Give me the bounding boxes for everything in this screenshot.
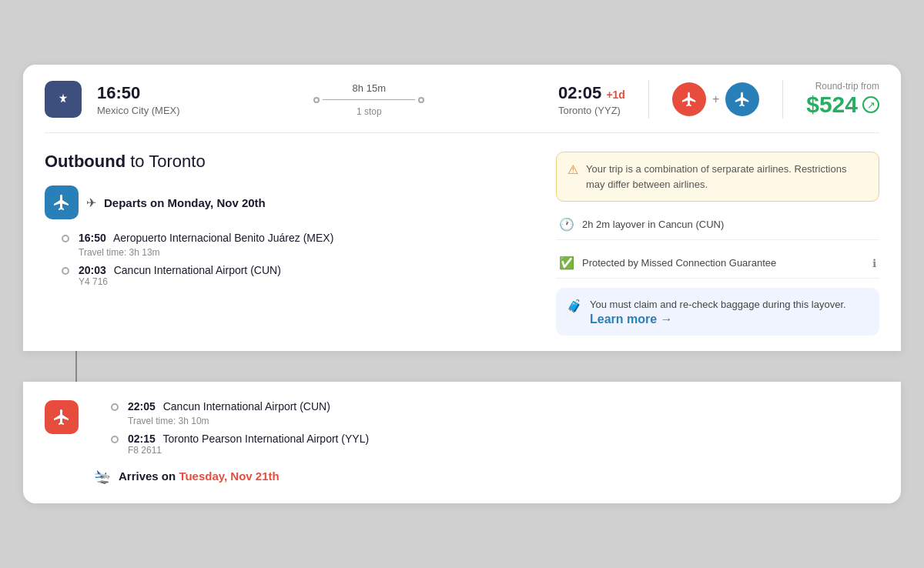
baggage-content: You must claim and re-check baggage duri… [590,297,846,326]
flight-icon-box-red [45,400,79,434]
leg1-arrival-airport: 20:03 Cancun International Airport (CUN) [79,264,534,276]
leg2-airport: 22:05 Cancun International Airport (CUN) [128,400,879,413]
dot-right [418,97,424,103]
departure-time: 16:50 [97,83,180,103]
departs-plane-icon: ✈ [86,195,96,210]
flight-icon-box-teal [45,185,79,219]
price-row: $524 ↗ [806,92,879,118]
departure-info: 16:50 Mexico City (MEX) [97,83,180,116]
plane-icon-teal [734,91,751,108]
bottom-flight-row: 22:05 Cancun International Airport (CUN)… [45,400,879,485]
arrives-label: Arrives on Tuesday, Nov 21th [119,469,280,483]
line-connector [323,99,415,100]
timeline-dot-2 [62,267,69,275]
arrives-date: Tuesday, Nov 21th [179,469,279,483]
stop-timeline: 16:50 Aeropuerto Internacional Benito Ju… [62,232,534,287]
departs-row: ✈ Departs on Monday, Nov 20th [45,185,534,219]
price-amount: $524 [806,92,858,118]
page-wrapper: 16:50 Mexico City (MEX) 8h 15m 1 stop 02… [23,65,901,503]
warning-card: ⚠ Your trip is a combination of serparat… [556,152,879,202]
leg2-arrival-time: 02:15 [128,433,156,445]
price-arrow-icon[interactable]: ↗ [862,96,879,113]
arrival-info: 02:05 +1d Toronto (YYZ) [558,83,625,116]
leg2-flight-code: F8 2611 [128,445,879,456]
duration-text: 8h 15m [353,82,386,94]
flight-middle: 8h 15m 1 stop [196,82,543,117]
check-circle-icon: ✅ [559,256,574,270]
leg1-arrival-item: 20:03 Cancun International Airport (CUN)… [62,264,534,287]
plane-icon-red [681,91,698,108]
warning-triangle-icon: ⚠ [567,162,578,177]
airline-btn-teal [725,82,759,116]
outbound-title: Outbound to Toronto [45,152,534,172]
leg2-arrival-airport: 02:15 Toronto Pearson International Airp… [128,433,879,445]
plane-bottom-icon [52,408,71,426]
baggage-icon: 🧳 [567,299,582,313]
airline-combo: + [672,82,759,116]
arrives-plane-icon: 🛬 [94,468,111,485]
arrival-airport: Toronto (YYZ) [558,105,625,116]
learn-more-link[interactable]: Learn more → [590,312,673,326]
connector-line [75,351,77,382]
stops-text: 1 stop [357,106,382,117]
clock-icon: 🕐 [559,217,574,232]
round-trip-label: Round-trip from [815,81,879,92]
leg2-content: 22:05 Cancun International Airport (CUN) [128,400,879,413]
flight-line [196,97,543,103]
top-card: 16:50 Mexico City (MEX) 8h 15m 1 stop 02… [23,65,901,351]
arrival-time: 02:05 +1d [558,83,625,103]
bottom-card: 22:05 Cancun International Airport (CUN)… [23,382,901,503]
outbound-right: ⚠ Your trip is a combination of serparat… [556,152,879,336]
leg2-departure-item: 22:05 Cancun International Airport (CUN) [111,400,879,413]
leg1-departure-item: 16:50 Aeropuerto Internacional Benito Ju… [62,232,534,244]
baggage-card: 🧳 You must claim and re-check baggage du… [556,288,879,336]
plane-icon-header [53,89,73,109]
leg1-airport: 16:50 Aeropuerto Internacional Benito Ju… [79,232,534,244]
leg2-time: 22:05 [128,400,156,413]
leg2-arrival-item: 02:15 Toronto Pearson International Airp… [111,433,879,456]
leg2-arrival-content: 02:15 Toronto Pearson International Airp… [128,433,879,456]
inbound-left: 22:05 Cancun International Airport (CUN)… [94,400,879,485]
departure-airport: Mexico City (MEX) [97,105,180,116]
next-day-badge: +1d [606,89,625,101]
layover-row: 🕐 2h 2m layover in Cancun (CUN) [556,209,879,240]
timeline-dot-4 [111,436,119,443]
leg1-travel-time: Travel time: 3h 13m [62,247,534,258]
vertical-divider-2 [782,80,783,119]
dot-left [313,97,320,103]
timeline-dot-3 [111,403,119,411]
baggage-text: You must claim and re-check baggage duri… [590,299,846,310]
leg1-arrival-content: 20:03 Cancun International Airport (CUN)… [79,264,534,287]
leg1-time: 16:50 [79,232,106,244]
outbound-left: Outbound to Toronto ✈ Departs on Monday,… [45,152,534,336]
leg1-arrival-time: 20:03 [79,264,106,276]
leg2-travel-time: Travel time: 3h 10m [111,416,879,426]
connector [75,351,901,382]
airline-logo [45,81,82,118]
vertical-divider [648,80,649,119]
plus-icon: + [712,92,719,106]
guarantee-text: Protected by Missed Connection Guarantee [582,257,776,269]
flight-summary-row: 16:50 Mexico City (MEX) 8h 15m 1 stop 02… [45,80,879,133]
info-circle-icon[interactable]: ℹ [872,257,876,269]
guarantee-row: ✅ Protected by Missed Connection Guarant… [556,248,879,279]
plane-departs-icon [52,193,71,212]
timeline-dot-1 [62,235,69,242]
outbound-section: Outbound to Toronto ✈ Departs on Monday,… [45,152,879,336]
departs-label: Departs on Monday, Nov 20th [104,196,266,209]
layover-text: 2h 2m layover in Cancun (CUN) [582,219,724,230]
inbound-timeline: 22:05 Cancun International Airport (CUN)… [111,400,879,456]
airline-btn-red [672,82,706,116]
leg1-content: 16:50 Aeropuerto Internacional Benito Ju… [79,232,534,244]
arrives-row: 🛬 Arrives on Tuesday, Nov 21th [94,468,879,485]
leg1-flight-code: Y4 716 [79,276,534,287]
price-section: Round-trip from $524 ↗ [806,81,879,118]
warning-text: Your trip is a combination of serparate … [586,162,868,192]
